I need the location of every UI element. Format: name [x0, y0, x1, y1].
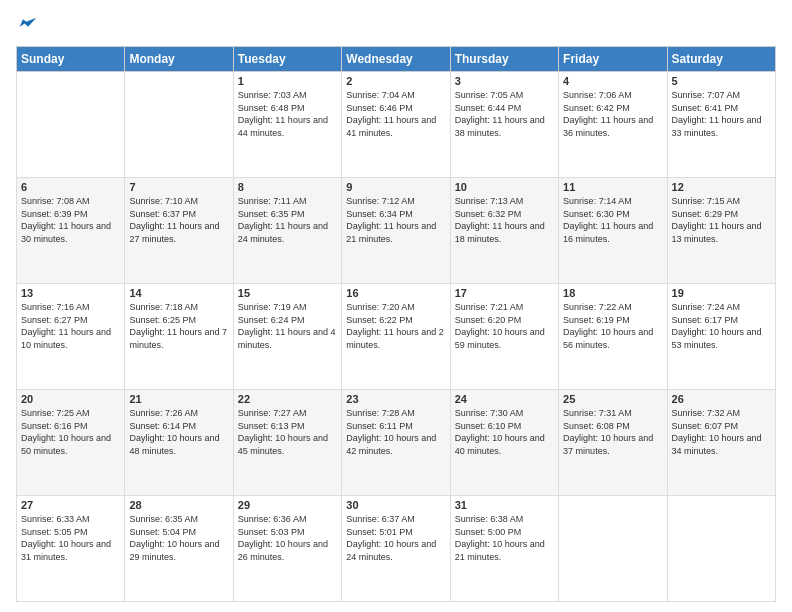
day-number: 5: [672, 75, 771, 87]
day-number: 18: [563, 287, 662, 299]
calendar-cell: 17Sunrise: 7:21 AM Sunset: 6:20 PM Dayli…: [450, 284, 558, 390]
day-number: 3: [455, 75, 554, 87]
day-info: Sunrise: 6:33 AM Sunset: 5:05 PM Dayligh…: [21, 513, 120, 563]
day-info: Sunrise: 6:35 AM Sunset: 5:04 PM Dayligh…: [129, 513, 228, 563]
day-number: 21: [129, 393, 228, 405]
calendar-week-row: 6Sunrise: 7:08 AM Sunset: 6:39 PM Daylig…: [17, 178, 776, 284]
day-number: 19: [672, 287, 771, 299]
calendar-cell: 20Sunrise: 7:25 AM Sunset: 6:16 PM Dayli…: [17, 390, 125, 496]
day-info: Sunrise: 6:36 AM Sunset: 5:03 PM Dayligh…: [238, 513, 337, 563]
calendar-cell: 1Sunrise: 7:03 AM Sunset: 6:48 PM Daylig…: [233, 72, 341, 178]
day-info: Sunrise: 6:38 AM Sunset: 5:00 PM Dayligh…: [455, 513, 554, 563]
day-info: Sunrise: 7:16 AM Sunset: 6:27 PM Dayligh…: [21, 301, 120, 351]
day-number: 11: [563, 181, 662, 193]
day-number: 9: [346, 181, 445, 193]
calendar-cell: 2Sunrise: 7:04 AM Sunset: 6:46 PM Daylig…: [342, 72, 450, 178]
day-info: Sunrise: 7:10 AM Sunset: 6:37 PM Dayligh…: [129, 195, 228, 245]
calendar-day-header: Sunday: [17, 47, 125, 72]
calendar-cell: [559, 496, 667, 602]
day-number: 25: [563, 393, 662, 405]
calendar-cell: 26Sunrise: 7:32 AM Sunset: 6:07 PM Dayli…: [667, 390, 775, 496]
day-info: Sunrise: 7:20 AM Sunset: 6:22 PM Dayligh…: [346, 301, 445, 351]
calendar-day-header: Thursday: [450, 47, 558, 72]
day-number: 8: [238, 181, 337, 193]
calendar-cell: 23Sunrise: 7:28 AM Sunset: 6:11 PM Dayli…: [342, 390, 450, 496]
day-info: Sunrise: 7:06 AM Sunset: 6:42 PM Dayligh…: [563, 89, 662, 139]
day-number: 2: [346, 75, 445, 87]
day-number: 13: [21, 287, 120, 299]
calendar-cell: 7Sunrise: 7:10 AM Sunset: 6:37 PM Daylig…: [125, 178, 233, 284]
calendar-cell: 11Sunrise: 7:14 AM Sunset: 6:30 PM Dayli…: [559, 178, 667, 284]
day-number: 4: [563, 75, 662, 87]
calendar-cell: 18Sunrise: 7:22 AM Sunset: 6:19 PM Dayli…: [559, 284, 667, 390]
day-info: Sunrise: 7:19 AM Sunset: 6:24 PM Dayligh…: [238, 301, 337, 351]
calendar-cell: 29Sunrise: 6:36 AM Sunset: 5:03 PM Dayli…: [233, 496, 341, 602]
page-header: [16, 16, 776, 36]
day-info: Sunrise: 7:07 AM Sunset: 6:41 PM Dayligh…: [672, 89, 771, 139]
day-number: 1: [238, 75, 337, 87]
logo-bird-icon: [18, 16, 38, 36]
calendar-day-header: Tuesday: [233, 47, 341, 72]
day-number: 22: [238, 393, 337, 405]
day-number: 24: [455, 393, 554, 405]
calendar-cell: 4Sunrise: 7:06 AM Sunset: 6:42 PM Daylig…: [559, 72, 667, 178]
day-info: Sunrise: 7:24 AM Sunset: 6:17 PM Dayligh…: [672, 301, 771, 351]
day-number: 7: [129, 181, 228, 193]
day-info: Sunrise: 6:37 AM Sunset: 5:01 PM Dayligh…: [346, 513, 445, 563]
day-number: 12: [672, 181, 771, 193]
day-info: Sunrise: 7:08 AM Sunset: 6:39 PM Dayligh…: [21, 195, 120, 245]
day-number: 30: [346, 499, 445, 511]
calendar-day-header: Saturday: [667, 47, 775, 72]
calendar-cell: 22Sunrise: 7:27 AM Sunset: 6:13 PM Dayli…: [233, 390, 341, 496]
calendar-cell: 31Sunrise: 6:38 AM Sunset: 5:00 PM Dayli…: [450, 496, 558, 602]
day-number: 27: [21, 499, 120, 511]
calendar-week-row: 27Sunrise: 6:33 AM Sunset: 5:05 PM Dayli…: [17, 496, 776, 602]
calendar-day-header: Wednesday: [342, 47, 450, 72]
day-info: Sunrise: 7:05 AM Sunset: 6:44 PM Dayligh…: [455, 89, 554, 139]
calendar-cell: 14Sunrise: 7:18 AM Sunset: 6:25 PM Dayli…: [125, 284, 233, 390]
day-info: Sunrise: 7:04 AM Sunset: 6:46 PM Dayligh…: [346, 89, 445, 139]
day-info: Sunrise: 7:31 AM Sunset: 6:08 PM Dayligh…: [563, 407, 662, 457]
calendar-week-row: 20Sunrise: 7:25 AM Sunset: 6:16 PM Dayli…: [17, 390, 776, 496]
calendar-cell: 19Sunrise: 7:24 AM Sunset: 6:17 PM Dayli…: [667, 284, 775, 390]
calendar-day-header: Friday: [559, 47, 667, 72]
calendar-cell: [125, 72, 233, 178]
calendar-week-row: 1Sunrise: 7:03 AM Sunset: 6:48 PM Daylig…: [17, 72, 776, 178]
calendar-cell: 16Sunrise: 7:20 AM Sunset: 6:22 PM Dayli…: [342, 284, 450, 390]
day-info: Sunrise: 7:13 AM Sunset: 6:32 PM Dayligh…: [455, 195, 554, 245]
day-number: 29: [238, 499, 337, 511]
logo: [16, 16, 38, 36]
day-info: Sunrise: 7:28 AM Sunset: 6:11 PM Dayligh…: [346, 407, 445, 457]
day-info: Sunrise: 7:15 AM Sunset: 6:29 PM Dayligh…: [672, 195, 771, 245]
calendar-day-header: Monday: [125, 47, 233, 72]
day-info: Sunrise: 7:25 AM Sunset: 6:16 PM Dayligh…: [21, 407, 120, 457]
day-number: 23: [346, 393, 445, 405]
day-number: 17: [455, 287, 554, 299]
calendar-cell: 21Sunrise: 7:26 AM Sunset: 6:14 PM Dayli…: [125, 390, 233, 496]
calendar-cell: 8Sunrise: 7:11 AM Sunset: 6:35 PM Daylig…: [233, 178, 341, 284]
day-info: Sunrise: 7:26 AM Sunset: 6:14 PM Dayligh…: [129, 407, 228, 457]
day-info: Sunrise: 7:21 AM Sunset: 6:20 PM Dayligh…: [455, 301, 554, 351]
day-info: Sunrise: 7:03 AM Sunset: 6:48 PM Dayligh…: [238, 89, 337, 139]
calendar-cell: 28Sunrise: 6:35 AM Sunset: 5:04 PM Dayli…: [125, 496, 233, 602]
day-info: Sunrise: 7:22 AM Sunset: 6:19 PM Dayligh…: [563, 301, 662, 351]
day-number: 16: [346, 287, 445, 299]
calendar-week-row: 13Sunrise: 7:16 AM Sunset: 6:27 PM Dayli…: [17, 284, 776, 390]
day-info: Sunrise: 7:12 AM Sunset: 6:34 PM Dayligh…: [346, 195, 445, 245]
day-number: 6: [21, 181, 120, 193]
day-number: 31: [455, 499, 554, 511]
calendar-cell: 27Sunrise: 6:33 AM Sunset: 5:05 PM Dayli…: [17, 496, 125, 602]
calendar-cell: 12Sunrise: 7:15 AM Sunset: 6:29 PM Dayli…: [667, 178, 775, 284]
day-info: Sunrise: 7:30 AM Sunset: 6:10 PM Dayligh…: [455, 407, 554, 457]
calendar-table: SundayMondayTuesdayWednesdayThursdayFrid…: [16, 46, 776, 602]
day-info: Sunrise: 7:27 AM Sunset: 6:13 PM Dayligh…: [238, 407, 337, 457]
calendar-cell: 5Sunrise: 7:07 AM Sunset: 6:41 PM Daylig…: [667, 72, 775, 178]
calendar-cell: [17, 72, 125, 178]
day-info: Sunrise: 7:32 AM Sunset: 6:07 PM Dayligh…: [672, 407, 771, 457]
day-number: 14: [129, 287, 228, 299]
day-info: Sunrise: 7:14 AM Sunset: 6:30 PM Dayligh…: [563, 195, 662, 245]
calendar-cell: 9Sunrise: 7:12 AM Sunset: 6:34 PM Daylig…: [342, 178, 450, 284]
day-info: Sunrise: 7:11 AM Sunset: 6:35 PM Dayligh…: [238, 195, 337, 245]
calendar-cell: 13Sunrise: 7:16 AM Sunset: 6:27 PM Dayli…: [17, 284, 125, 390]
day-number: 15: [238, 287, 337, 299]
